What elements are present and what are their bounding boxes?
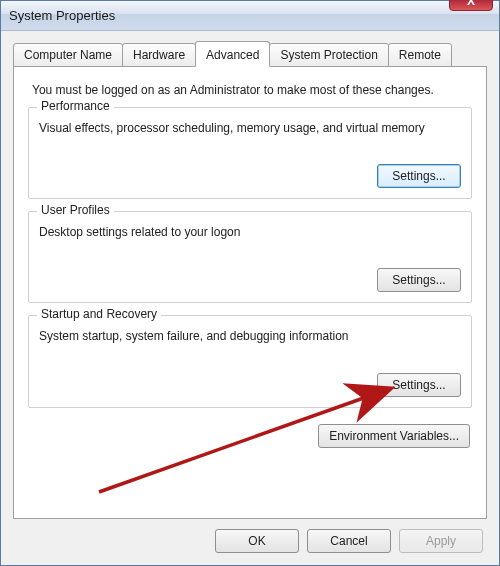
close-button[interactable]: X (449, 0, 493, 11)
user-profiles-settings-button[interactable]: Settings... (377, 268, 461, 292)
tab-remote[interactable]: Remote (388, 43, 452, 67)
client-area: Computer Name Hardware Advanced System P… (1, 31, 499, 565)
tab-advanced[interactable]: Advanced (195, 41, 270, 67)
group-desc: System startup, system failure, and debu… (39, 328, 461, 344)
apply-button[interactable]: Apply (399, 529, 483, 553)
system-properties-window: System Properties X Computer Name Hardwa… (0, 0, 500, 566)
tab-hardware[interactable]: Hardware (122, 43, 196, 67)
environment-variables-button[interactable]: Environment Variables... (318, 424, 470, 448)
button-row: Settings... (39, 164, 461, 188)
tab-system-protection[interactable]: System Protection (269, 43, 388, 67)
ok-button[interactable]: OK (215, 529, 299, 553)
close-icon: X (467, 0, 475, 8)
dialog-footer: OK Cancel Apply (13, 519, 487, 553)
group-desc: Desktop settings related to your logon (39, 224, 461, 240)
cancel-button[interactable]: Cancel (307, 529, 391, 553)
group-legend: Startup and Recovery (37, 307, 161, 321)
tabpage-advanced: You must be logged on as an Administrato… (13, 66, 487, 519)
tab-computer-name[interactable]: Computer Name (13, 43, 123, 67)
group-startup-recovery: Startup and Recovery System startup, sys… (28, 315, 472, 407)
tab-label: Advanced (206, 48, 259, 62)
startup-recovery-settings-button[interactable]: Settings... (377, 373, 461, 397)
button-row: Settings... (39, 373, 461, 397)
tab-label: System Protection (280, 48, 377, 62)
group-legend: User Profiles (37, 203, 114, 217)
tab-label: Computer Name (24, 48, 112, 62)
group-desc: Visual effects, processor scheduling, me… (39, 120, 461, 136)
titlebar: System Properties X (1, 1, 499, 31)
tabstrip: Computer Name Hardware Advanced System P… (13, 41, 487, 67)
intro-text: You must be logged on as an Administrato… (32, 83, 472, 97)
tab-label: Remote (399, 48, 441, 62)
tab-label: Hardware (133, 48, 185, 62)
group-performance: Performance Visual effects, processor sc… (28, 107, 472, 199)
group-legend: Performance (37, 99, 114, 113)
group-user-profiles: User Profiles Desktop settings related t… (28, 211, 472, 303)
performance-settings-button[interactable]: Settings... (377, 164, 461, 188)
button-row: Settings... (39, 268, 461, 292)
env-var-row: Environment Variables... (28, 424, 470, 448)
window-title: System Properties (9, 8, 493, 23)
